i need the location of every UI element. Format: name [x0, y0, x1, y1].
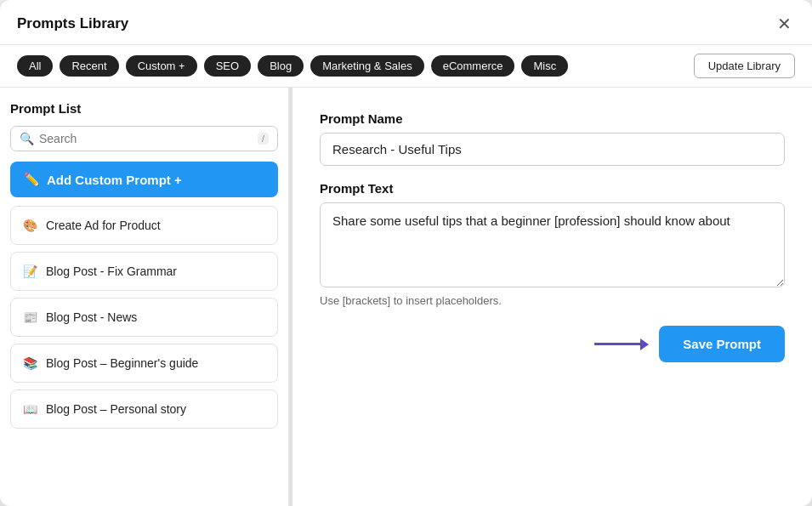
list-item[interactable]: 📝 Blog Post - Fix Grammar [10, 252, 278, 291]
save-prompt-button[interactable]: Save Prompt [659, 326, 785, 362]
beginner-guide-icon: 📚 [23, 356, 37, 370]
list-item-label: Blog Post – Beginner's guide [46, 356, 198, 370]
list-item[interactable]: 🎨 Create Ad for Product [10, 206, 278, 245]
prompt-name-section: Prompt Name [320, 111, 785, 166]
tab-ecommerce[interactable]: eCommerce [431, 55, 515, 77]
add-custom-prompt-button[interactable]: ✏️ Add Custom Prompt + [10, 162, 278, 197]
prompt-text-label: Prompt Text [320, 181, 785, 196]
main-body: Prompt List 🔍 / ✏️ Add Custom Prompt + 🎨… [0, 88, 812, 506]
content-area: Prompt Name Prompt Text Use [brackets] t… [292, 88, 812, 506]
tab-all[interactable]: All [17, 55, 53, 77]
prompt-text-section: Prompt Text Use [brackets] to insert pla… [320, 181, 785, 307]
arrow-indicator [594, 338, 649, 350]
list-item[interactable]: 📰 Blog Post - News [10, 298, 278, 337]
blog-news-icon: 📰 [23, 310, 37, 324]
fix-grammar-icon: 📝 [23, 264, 37, 278]
tab-blog[interactable]: Blog [258, 55, 304, 77]
list-item-label: Create Ad for Product [46, 219, 161, 232]
pencil-icon: ✏️ [24, 172, 40, 187]
list-item[interactable]: 📚 Blog Post – Beginner's guide [10, 344, 278, 383]
prompt-list-title: Prompt List [10, 101, 278, 116]
list-item-label: Blog Post – Personal story [46, 402, 186, 416]
arrow-line [594, 343, 640, 345]
shortcut-badge: / [258, 133, 269, 145]
prompts-library-modal: Prompts Library ✕ All Recent Custom + SE… [0, 0, 812, 506]
close-button[interactable]: ✕ [774, 14, 795, 34]
search-box: 🔍 / [10, 126, 278, 151]
tabs-row: All Recent Custom + SEO Blog Marketing &… [0, 45, 812, 88]
personal-story-icon: 📖 [23, 402, 37, 416]
sidebar: Prompt List 🔍 / ✏️ Add Custom Prompt + 🎨… [0, 88, 289, 506]
tab-misc[interactable]: Misc [521, 55, 568, 77]
prompt-name-input[interactable] [320, 133, 785, 166]
prompt-text-textarea[interactable] [320, 202, 785, 287]
list-item[interactable]: 📖 Blog Post – Personal story [10, 389, 278, 429]
list-item-label: Blog Post - Fix Grammar [46, 264, 177, 278]
search-input[interactable] [39, 132, 258, 145]
add-custom-label: Add Custom Prompt + [47, 173, 182, 187]
create-ad-icon: 🎨 [23, 219, 37, 232]
tab-seo[interactable]: SEO [204, 55, 251, 77]
arrow-head [640, 338, 649, 350]
tab-recent[interactable]: Recent [60, 55, 118, 77]
modal-title: Prompts Library [17, 15, 128, 32]
tab-marketing[interactable]: Marketing & Sales [310, 55, 424, 77]
placeholder-hint: Use [brackets] to insert placeholders. [320, 294, 785, 307]
update-library-button[interactable]: Update Library [694, 54, 795, 78]
prompt-name-label: Prompt Name [320, 111, 785, 126]
tab-custom[interactable]: Custom + [126, 55, 197, 77]
modal-header: Prompts Library ✕ [0, 0, 812, 45]
search-icon: 🔍 [20, 132, 34, 145]
save-row: Save Prompt [320, 326, 785, 362]
list-item-label: Blog Post - News [46, 310, 137, 324]
